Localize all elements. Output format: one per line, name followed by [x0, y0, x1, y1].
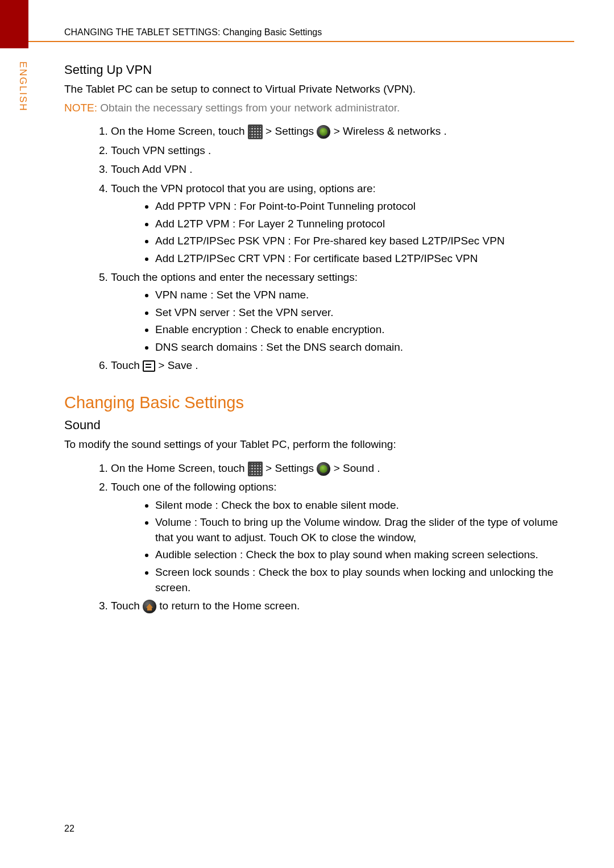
note-label: NOTE:: [64, 102, 97, 114]
list-item: Add L2TP/IPSec CRT VPN : For certificate…: [155, 251, 574, 267]
vpn-step-2: Touch VPN settings .: [111, 143, 574, 159]
list-item: Volume : Touch to bring up the Volume wi…: [155, 515, 574, 545]
step-text: Touch the VPN protocol that you are usin…: [111, 182, 376, 194]
vpn-note: NOTE: Obtain the necessary settings from…: [64, 101, 574, 116]
home-icon: [143, 600, 156, 613]
step-text: Touch: [111, 600, 143, 612]
vpn-step4-options: Add PPTP VPN : For Point-to-Point Tunnel…: [111, 199, 574, 266]
list-item: Add L2TP/IPSec PSK VPN : For Pre-shared …: [155, 234, 574, 249]
step-text: Touch: [111, 359, 143, 371]
apps-grid-icon: [248, 124, 263, 139]
vpn-heading: Setting Up VPN: [64, 63, 574, 77]
menu-icon: [143, 360, 155, 372]
step-text: On the Home Screen, touch: [111, 125, 248, 137]
vpn-step5-options: VPN name : Set the VPN name. Set VPN ser…: [111, 288, 574, 355]
page-content: Setting Up VPN The Tablet PC can be setu…: [64, 57, 574, 617]
step-text: > Sound .: [334, 462, 380, 474]
sound-step-2: Touch one of the following options: Sile…: [111, 479, 574, 595]
vpn-step-6: Touch > Save .: [111, 358, 574, 374]
sound-intro: To modify the sound settings of your Tab…: [64, 437, 574, 452]
list-item: Add PPTP VPN : For Point-to-Point Tunnel…: [155, 199, 574, 214]
list-item: Set VPN server : Set the VPN server.: [155, 305, 574, 321]
red-corner-tab: [0, 0, 28, 48]
step-text: > Wireless & networks .: [334, 125, 447, 137]
note-body: Obtain the necessary settings from your …: [97, 102, 400, 114]
list-item: VPN name : Set the VPN name.: [155, 288, 574, 303]
list-item: Audible selection : Check the box to pla…: [155, 547, 574, 563]
step-text: > Save .: [158, 359, 198, 371]
list-item: Silent mode : Check the box to enable si…: [155, 498, 574, 513]
step-text: Touch the options and enter the necessar…: [111, 271, 358, 283]
sound-step-1: On the Home Screen, touch > Settings > S…: [111, 460, 574, 477]
vpn-step-3: Touch Add VPN .: [111, 161, 574, 178]
vpn-intro: The Tablet PC can be setup to connect to…: [64, 82, 574, 97]
vpn-step-4: Touch the VPN protocol that you are usin…: [111, 181, 574, 267]
step-text: > Settings: [265, 462, 317, 474]
sound-steps: On the Home Screen, touch > Settings > S…: [64, 460, 574, 614]
sound-step2-options: Silent mode : Check the box to enable si…: [111, 498, 574, 596]
settings-icon: [317, 125, 330, 139]
step-text: On the Home Screen, touch: [111, 462, 248, 474]
language-side-label: ENGLISH: [17, 61, 28, 112]
list-item: Add L2TP VPM : For Layer 2 Tunneling pro…: [155, 217, 574, 232]
vpn-step-1: On the Home Screen, touch > Settings > W…: [111, 123, 574, 140]
vpn-steps: On the Home Screen, touch > Settings > W…: [64, 123, 574, 374]
step-text: to return to the Home screen.: [159, 600, 300, 612]
list-item: Screen lock sounds : Check the box to pl…: [155, 565, 574, 595]
settings-icon: [317, 462, 330, 476]
list-item: DNS search domains : Set the DNS search …: [155, 340, 574, 355]
vpn-step-5: Touch the options and enter the necessar…: [111, 269, 574, 355]
page-header: CHANGING THE TABLET SETTINGS: Changing B…: [64, 27, 574, 38]
manual-page: CHANGING THE TABLET SETTINGS: Changing B…: [0, 0, 614, 868]
changing-basic-settings-title: Changing Basic Settings: [64, 393, 574, 412]
step-text: > Settings: [265, 125, 317, 137]
list-item: Enable encryption : Check to enable encr…: [155, 322, 574, 338]
header-rule: [28, 41, 574, 42]
apps-grid-icon: [248, 462, 263, 476]
sound-step-3: Touch to return to the Home screen.: [111, 598, 574, 614]
sound-heading: Sound: [64, 418, 574, 433]
step-text: Touch one of the following options:: [111, 481, 277, 493]
page-number: 22: [64, 824, 74, 834]
